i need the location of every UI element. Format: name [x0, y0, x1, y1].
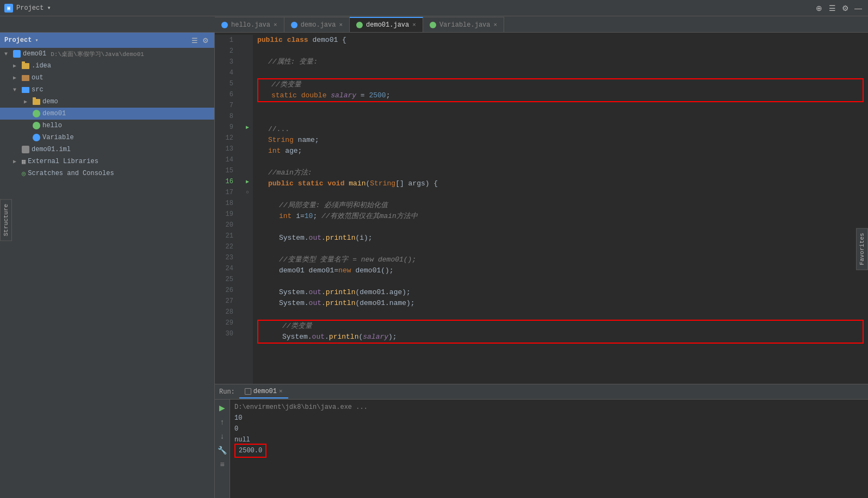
code-lines[interactable]: public class demo01 { //属性: 变量: //类变量 — [253, 35, 868, 384]
tab-label-demo: demo.java — [301, 21, 336, 29]
code-line-14 — [257, 157, 864, 167]
project-title: Project — [4, 36, 32, 44]
gutter-16b: ○ — [242, 187, 253, 198]
settings-button[interactable]: ⚙ — [840, 3, 851, 14]
hello-label: hello — [42, 122, 62, 129]
gutter-28 — [242, 318, 253, 328]
lnum-6: 6 — [215, 89, 238, 100]
tree-item-extlibs[interactable]: ▶ ▦ External Libraries — [0, 155, 214, 167]
out-folder-icon — [22, 75, 29, 81]
tab-close-hello[interactable]: × — [274, 22, 277, 28]
structure-vtab[interactable]: Structure — [0, 199, 12, 241]
gutter-17 — [242, 198, 253, 209]
tree-item-demo01[interactable]: demo01 — [0, 108, 214, 120]
code-line-22 — [257, 244, 864, 254]
project-dropdown-arrow[interactable]: ▾ — [35, 37, 38, 43]
code-line-17 — [257, 189, 864, 200]
src-folder-icon — [22, 87, 29, 93]
extlibs-arrow: ▶ — [13, 158, 20, 165]
tab-close-variable[interactable]: × — [494, 22, 498, 28]
sidebar: Project ▾ ☰ ⚙ ▼ demo01 D:\桌面\寒假学习\Java\d… — [0, 33, 215, 498]
lnum-1: 1 — [215, 35, 238, 46]
lnum-5: 5 — [215, 78, 238, 89]
line-numbers: 1 2 3 4 5 6 7 8 9 12 13 14 15 16 17 18 1… — [215, 35, 242, 384]
gutter-30 — [242, 339, 253, 350]
favorites-vtab[interactable]: Favorites — [856, 228, 868, 270]
demo-arrow: ▶ — [24, 98, 30, 105]
sidebar-settings-btn[interactable]: ⚙ — [201, 35, 210, 46]
demo01-java-icon — [33, 110, 40, 117]
project-dropdown[interactable]: ▾ — [47, 4, 51, 12]
lnum-29: 29 — [215, 318, 238, 328]
gutter-22 — [242, 252, 253, 263]
tab-icon-demo01 — [356, 22, 363, 28]
gutter-21 — [242, 241, 253, 252]
demo-folder-icon — [33, 99, 40, 105]
tree-item-hello[interactable]: hello — [0, 120, 214, 132]
lnum-12: 12 — [215, 133, 238, 144]
globe-button[interactable]: ⊕ — [814, 3, 824, 14]
idea-label: .idea — [32, 62, 51, 70]
output-line-10: 10 — [234, 413, 864, 424]
run-equals-btn[interactable]: ≡ — [216, 458, 228, 470]
tab-close-demo[interactable]: × — [339, 22, 343, 28]
code-line-7 — [257, 102, 864, 113]
run-label: Run: — [219, 388, 235, 396]
run-tab-demo01[interactable]: demo01 × — [239, 385, 288, 399]
tab-hello-java[interactable]: hello.java × — [215, 17, 284, 32]
title-bar-controls: ⊕ ☰ ⚙ — — [814, 3, 864, 14]
tree-root-demo01[interactable]: ▼ demo01 D:\桌面\寒假学习\Java\demo01 — [0, 48, 214, 60]
tree-item-iml[interactable]: demo01.iml — [0, 144, 214, 155]
sidebar-collapse-btn[interactable]: ☰ — [190, 35, 199, 46]
output-line-cmd: D:\envirment\jdk8\bin\java.exe ... — [234, 402, 864, 413]
code-line-29: //类变量 — [261, 321, 860, 332]
run-tab-icon — [245, 388, 251, 395]
title-bar: ▣ Project ▾ ⊕ ☰ ⚙ — — [0, 0, 868, 16]
main-layout: Project ▾ ☰ ⚙ ▼ demo01 D:\桌面\寒假学习\Java\d… — [0, 33, 868, 498]
out-arrow: ▶ — [13, 74, 20, 81]
run-play-btn[interactable]: ▶ — [216, 402, 228, 414]
list-button[interactable]: ☰ — [827, 3, 838, 14]
tree-item-src[interactable]: ▼ src — [0, 84, 214, 96]
lnum-4: 4 — [215, 67, 238, 78]
lnum-15: 15 — [215, 165, 238, 176]
lnum-18: 18 — [215, 198, 238, 209]
run-up-btn[interactable]: ↑ — [216, 416, 228, 428]
tree-item-scratches[interactable]: ◎ Scratches and Consoles — [0, 167, 214, 179]
code-line-27: System.out.println(demo01.name); — [257, 298, 864, 309]
lnum-27: 27 — [215, 296, 238, 307]
tree-item-out[interactable]: ▶ out — [0, 72, 214, 84]
output-val-0: 0 — [234, 424, 238, 434]
lnum-13: 13 — [215, 144, 238, 154]
minimize-button[interactable]: — — [853, 3, 864, 14]
code-line-8 — [257, 113, 864, 124]
tree-item-demo[interactable]: ▶ demo — [0, 96, 214, 108]
gutter-26 — [242, 296, 253, 307]
code-line-18: //局部变量: 必须声明和初始化值 — [257, 200, 864, 211]
gutter-8 — [242, 111, 253, 122]
run-wrench-btn[interactable]: 🔧 — [216, 444, 228, 456]
hello-java-icon — [33, 122, 40, 129]
run-tab-close[interactable]: × — [279, 388, 283, 395]
gutter-12 — [242, 133, 253, 144]
tab-label-variable: Variable.java — [439, 21, 491, 29]
tab-demo-java[interactable]: demo.java × — [284, 17, 350, 32]
lnum-30: 30 — [215, 328, 238, 339]
tree-item-variable[interactable]: Variable — [0, 132, 214, 144]
code-line-21: System.out.println(i); — [257, 233, 864, 244]
gutter-5 — [242, 78, 253, 89]
tab-variable-java[interactable]: Variable.java × — [423, 17, 504, 32]
red-box-bottom: //类变量 System.out.println(salary); — [257, 320, 864, 344]
run-panel: Run: demo01 × ▶ ↑ ↓ 🔧 ≡ D:\envirment — [215, 384, 868, 498]
code-container[interactable]: 1 2 3 4 5 6 7 8 9 12 13 14 15 16 17 18 1… — [215, 33, 868, 384]
gutter-24 — [242, 274, 253, 285]
output-line-null: null — [234, 434, 864, 445]
editor-area: 1 2 3 4 5 6 7 8 9 12 13 14 15 16 17 18 1… — [215, 33, 868, 498]
tree-item-idea[interactable]: ▶ .idea — [0, 60, 214, 72]
code-line-5: //类变量 — [261, 79, 860, 90]
tab-close-demo01[interactable]: × — [412, 22, 416, 28]
code-line-4 — [257, 67, 864, 78]
project-label[interactable]: Project — [16, 4, 44, 12]
run-down-btn[interactable]: ↓ — [216, 430, 228, 442]
tab-demo01-java[interactable]: demo01.java × — [350, 17, 423, 32]
